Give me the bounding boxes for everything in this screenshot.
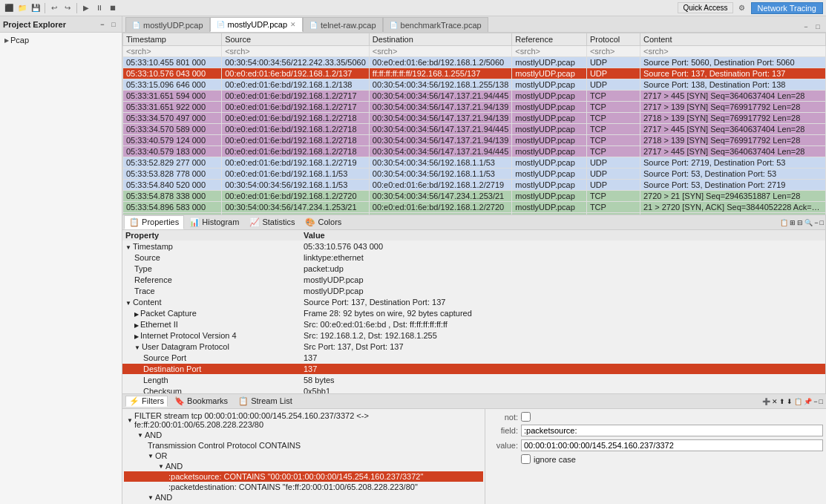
- maximize-icon[interactable]: □: [108, 19, 119, 30]
- toolbar-icon-3[interactable]: 💾: [30, 2, 42, 14]
- filter-up-icon[interactable]: ⬆: [779, 398, 785, 405]
- filter-tree-item[interactable]: ▼ FILTER stream tcp 00:00:01:00:00:00/14…: [124, 410, 483, 430]
- prop-row[interactable]: ▼User Datagram ProtocolSrc Port: 137, Ds…: [122, 341, 825, 353]
- prop-row: Source Port137: [122, 353, 825, 364]
- table-row[interactable]: 05:33:40.579 183 00000:e0:ed:01:6e:bd/19…: [123, 146, 826, 157]
- prop-copy-icon[interactable]: 📋: [780, 219, 788, 226]
- project-explorer: Project Explorer − □ ▶ Pcap: [0, 16, 122, 504]
- not-checkbox[interactable]: [521, 412, 531, 422]
- table-row[interactable]: 05:33:31.651 922 00000:e0:ed:01:6e:bd/19…: [123, 102, 826, 113]
- table-row[interactable]: 05:33:10.576 043 00000:e0:ed:01:6e:bd/19…: [123, 68, 826, 79]
- filter-tree-arrow: ▼: [148, 494, 154, 501]
- prop-expand-arrow[interactable]: ▼: [134, 344, 140, 351]
- filter-max-icon[interactable]: □: [819, 398, 823, 405]
- tab-mostlyudp1[interactable]: 📄 mostlyUDP.pcap: [125, 17, 210, 32]
- table-row[interactable]: 05:33:54.896 583 00000:30:54:00:34:56/14…: [123, 202, 826, 213]
- prop-row[interactable]: ▶Internet Protocol Version 4Src: 192.168…: [122, 330, 825, 341]
- toolbar-icon-6[interactable]: ▶: [80, 2, 92, 14]
- filter-min-icon[interactable]: −: [813, 398, 817, 405]
- filter-destination[interactable]: [373, 47, 509, 56]
- table-cell: ff:ff:ff:ff:ff:ff/192.168.1.255/137: [369, 68, 512, 79]
- filter-reference[interactable]: [515, 47, 583, 56]
- settings-icon[interactable]: ⚙: [736, 2, 748, 14]
- col-header-timestamp[interactable]: Timestamp: [123, 33, 222, 46]
- table-row[interactable]: 05:33:10.455 801 00000:30:54:00:34:56/21…: [123, 57, 826, 68]
- filter-source[interactable]: [225, 47, 366, 56]
- prop-row[interactable]: ▼Timestamp05:33:10.576 043 000: [122, 241, 825, 252]
- prop-expand-arrow[interactable]: ▶: [134, 322, 139, 329]
- toolbar-icon-8[interactable]: ⏹: [107, 2, 119, 14]
- table-row[interactable]: 05:33:34.570 589 00000:e0:ed:01:6e:bd/19…: [123, 124, 826, 135]
- filter-copy-icon[interactable]: 📋: [794, 398, 802, 405]
- filter-content[interactable]: [643, 47, 822, 56]
- minimize-icon[interactable]: −: [97, 19, 108, 30]
- table-row[interactable]: 05:33:54.840 520 00000:30:54:00:34:56/19…: [123, 180, 826, 191]
- prop-row[interactable]: ▼ContentSource Port: 137, Destination Po…: [122, 297, 825, 308]
- filter-add-icon[interactable]: ➕: [762, 398, 770, 405]
- prop-expand-arrow[interactable]: ▶: [134, 333, 139, 340]
- col-header-destination[interactable]: Destination: [369, 33, 512, 46]
- prop-max-icon[interactable]: □: [820, 219, 824, 226]
- filter-header-actions: ➕ ✕ ⬆ ⬇ 📋 📌 − □: [762, 398, 823, 405]
- tab-benchmark[interactable]: 📄 benchmarkTrace.pcap: [383, 17, 488, 32]
- table-row[interactable]: 05:33:52.829 277 00000:e0:ed:01:6e:bd/19…: [123, 157, 826, 168]
- table-row[interactable]: 05:33:15.096 646 00000:e0:ed:01:6e:bd/19…: [123, 79, 826, 91]
- prop-filter-icon[interactable]: 🔍: [804, 219, 813, 226]
- prop-expand-arrow[interactable]: ▼: [125, 244, 131, 251]
- network-tracing-button[interactable]: Network Tracing: [751, 2, 823, 14]
- table-cell: 00:e0:ed:01:6e:bd/192.168.1.2/2720: [222, 191, 370, 202]
- filter-del-icon[interactable]: ✕: [772, 398, 778, 405]
- prop-expand-arrow[interactable]: ▶: [134, 311, 139, 318]
- filter-tree-item[interactable]: ▼ AND: [124, 492, 483, 503]
- content-maximize-icon[interactable]: □: [813, 22, 823, 32]
- toolbar-icon-2[interactable]: 📁: [16, 2, 28, 14]
- tree-item-pcap[interactable]: ▶ Pcap: [1, 34, 120, 46]
- prop-row[interactable]: ▶Ethernet IISrc: 00:e0:ed:01:6e:bd , Dst…: [122, 319, 825, 330]
- prop-tab-histogram[interactable]: 📊 Histogram: [184, 215, 244, 229]
- prop-collapse-icon[interactable]: ⊟: [797, 219, 803, 226]
- tab-close-2[interactable]: ✕: [290, 21, 296, 28]
- col-header-protocol[interactable]: Protocol: [586, 33, 640, 46]
- prop-expand-arrow[interactable]: ▼: [125, 300, 131, 307]
- tab-telnet[interactable]: 📄 telnet-raw.pcap: [303, 17, 383, 32]
- prop-min-icon[interactable]: −: [814, 219, 818, 226]
- col-header-source[interactable]: Source: [222, 33, 370, 46]
- toolbar-icon-4[interactable]: ↩: [48, 2, 60, 14]
- prop-label: Type: [134, 264, 152, 273]
- filter-down-icon[interactable]: ⬇: [787, 398, 793, 405]
- prop-tab-statistics[interactable]: 📈 Statistics: [244, 215, 300, 229]
- table-row[interactable]: 05:33:54.878 338 00000:e0:ed:01:6e:bd/19…: [123, 191, 826, 202]
- filter-tree-item[interactable]: :packetdestination: CONTAINS "fe:ff:20:0…: [124, 482, 483, 492]
- prop-expand-icon[interactable]: ⊞: [790, 219, 796, 226]
- col-header-content[interactable]: Content: [640, 33, 825, 46]
- toolbar-icon-1[interactable]: ⬛: [3, 2, 15, 14]
- content-minimize-icon[interactable]: −: [801, 22, 811, 32]
- table-row[interactable]: 05:33:40.579 124 00000:e0:ed:01:6e:bd/19…: [123, 135, 826, 146]
- prop-row[interactable]: ▶Packet CaptureFrame 28: 92 bytes on wir…: [122, 308, 825, 319]
- col-header-reference[interactable]: Reference: [512, 33, 587, 46]
- table-row[interactable]: 05:33:31.651 594 00000:e0:ed:01:6e:bd/19…: [123, 91, 826, 102]
- packet-table-wrapper[interactable]: Timestamp Source Destination Reference P…: [122, 33, 826, 215]
- prop-tab-colors[interactable]: 🎨 Colors: [300, 215, 347, 229]
- value-input[interactable]: [521, 439, 823, 451]
- table-row[interactable]: 05:33:34.570 497 00000:e0:ed:01:6e:bd/19…: [123, 113, 826, 124]
- toolbar-icon-7[interactable]: ⏸: [94, 2, 105, 14]
- quick-access-button[interactable]: Quick Access: [678, 2, 732, 13]
- table-row[interactable]: 05:33:53.828 778 00000:e0:ed:01:6e:bd/19…: [123, 168, 826, 180]
- filter-tree-item[interactable]: ▼ OR: [124, 451, 483, 461]
- filter-tab-streamlist[interactable]: 📋 Stream List: [235, 396, 296, 407]
- filter-tree-item[interactable]: Transmission Control Protocol CONTAINS: [124, 440, 483, 451]
- filter-protocol[interactable]: [590, 47, 637, 56]
- filter-tree-item[interactable]: :packetsource: CONTAINS "00:00:01:00:00:…: [124, 471, 483, 482]
- tab-mostlyudp2[interactable]: 📄 mostlyUDP.pcap ✕: [210, 17, 304, 32]
- filter-tree-item[interactable]: ▼ AND: [124, 461, 483, 471]
- filter-tab-bookmarks[interactable]: 🔖 Bookmarks: [171, 396, 232, 407]
- filter-timestamp[interactable]: [126, 47, 218, 56]
- prop-tab-properties[interactable]: 📋 Properties: [124, 215, 184, 229]
- filter-paste-icon[interactable]: 📌: [804, 398, 812, 405]
- toolbar-icon-5[interactable]: ↪: [62, 2, 73, 14]
- ignore-case-checkbox[interactable]: [521, 454, 531, 464]
- field-input[interactable]: [521, 425, 823, 436]
- filter-tab-filters[interactable]: ⚡ Filters: [125, 396, 168, 407]
- filter-tree-item[interactable]: ▼ AND: [124, 430, 483, 440]
